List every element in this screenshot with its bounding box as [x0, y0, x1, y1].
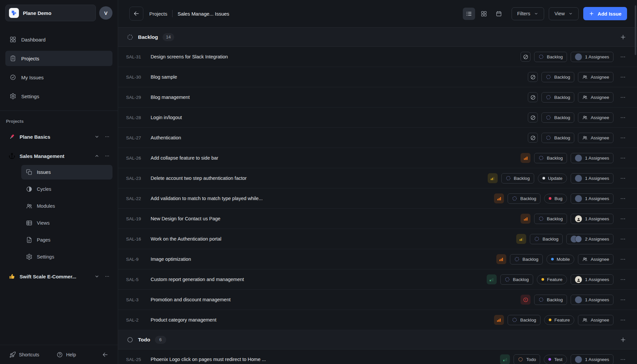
priority-high-button[interactable]	[494, 193, 504, 203]
priority-none-button[interactable]	[521, 52, 531, 62]
priority-none-button[interactable]	[528, 133, 538, 143]
issue-more-button[interactable]	[618, 135, 627, 141]
chevron-down-icon[interactable]	[94, 134, 100, 139]
add-issue-to-group-button[interactable]	[620, 34, 626, 40]
user-avatar[interactable]: V	[99, 6, 112, 20]
assignee-dropdown-button[interactable]: 1 Assignees	[571, 52, 613, 62]
label-pill-update[interactable]: Update	[538, 174, 567, 183]
kanban-view-button[interactable]	[478, 8, 490, 20]
issue-more-button[interactable]	[618, 356, 627, 363]
issue-more-button[interactable]	[618, 54, 627, 60]
state-dropdown-button[interactable]: Backlog	[534, 295, 567, 305]
view-button[interactable]: View	[549, 7, 579, 20]
state-dropdown-button[interactable]: Backlog	[500, 274, 533, 285]
project-tab-modules[interactable]: Modules	[21, 199, 112, 213]
state-dropdown-button[interactable]: Backlog	[534, 214, 567, 224]
issue-row[interactable]: SAL-28Login in/logoutBacklogAssignee	[118, 108, 637, 128]
collapse-sidebar-button[interactable]	[102, 351, 108, 358]
assignee-dropdown-button[interactable]: Assignee	[578, 254, 613, 264]
more-icon[interactable]	[105, 134, 110, 139]
issue-row[interactable]: SAL-9Image optimizationBacklogMobileAssi…	[118, 249, 637, 269]
state-dropdown-button[interactable]: Backlog	[530, 234, 563, 244]
issue-row[interactable]: SAL-5Custom report generation and manage…	[118, 269, 637, 290]
state-dropdown-button[interactable]: Backlog	[541, 112, 574, 123]
chevron-down-icon[interactable]	[94, 274, 100, 279]
project-tab-cycles[interactable]: Cycles	[21, 182, 112, 196]
more-icon[interactable]	[105, 274, 110, 279]
priority-low-button[interactable]	[500, 354, 510, 364]
issue-row[interactable]: SAL-29Blog managementBacklogAssignee	[118, 87, 637, 108]
priority-high-button[interactable]	[494, 315, 504, 325]
state-dropdown-button[interactable]: Backlog	[501, 173, 534, 183]
priority-none-button[interactable]	[528, 112, 538, 122]
state-dropdown-button[interactable]: Todo	[514, 354, 540, 364]
assignee-dropdown-button[interactable]: Assignee	[578, 92, 613, 103]
state-dropdown-button[interactable]: Backlog	[534, 52, 567, 62]
more-icon[interactable]	[105, 153, 110, 159]
issue-row[interactable]: SAL-31Design screens for Slack Integrati…	[118, 47, 637, 67]
issue-more-button[interactable]	[618, 317, 627, 323]
state-dropdown-button[interactable]: Backlog	[508, 193, 540, 204]
breadcrumb-projects[interactable]: Projects	[149, 11, 167, 17]
priority-none-button[interactable]	[528, 92, 538, 102]
state-dropdown-button[interactable]: Backlog	[541, 133, 574, 143]
state-dropdown-button[interactable]: Backlog	[541, 72, 574, 82]
assignee-dropdown-button[interactable]: 1 Assignees	[571, 173, 613, 183]
assignee-dropdown-button[interactable]: 1 Assignees	[571, 354, 613, 364]
state-dropdown-button[interactable]: Backlog	[534, 153, 567, 163]
issue-row[interactable]: SAL-2Product category managementBacklogF…	[118, 310, 637, 330]
assignee-dropdown-button[interactable]: 1 Assignees	[571, 193, 613, 204]
issue-row[interactable]: SAL-22Add validation to match to match t…	[118, 188, 637, 209]
sidebar-item-dashboard[interactable]: Dashboard	[5, 32, 112, 47]
label-pill-feature[interactable]: Feature	[544, 315, 575, 325]
project-tab-pages[interactable]: Pages	[21, 233, 112, 247]
filters-button[interactable]: Filters	[512, 7, 544, 20]
priority-medium-button[interactable]	[488, 173, 498, 183]
project-item-plane-basics[interactable]: Plane Basics	[5, 129, 112, 144]
issue-more-button[interactable]	[618, 155, 627, 161]
issue-row[interactable]: SAL-3Promotion and discount managementBa…	[118, 290, 637, 310]
issue-row[interactable]: SAL-16Work on the Authentication portalB…	[118, 229, 637, 249]
priority-low-button[interactable]	[487, 274, 497, 284]
project-tab-issues[interactable]: Issues	[21, 165, 112, 180]
state-dropdown-button[interactable]: Backlog	[541, 92, 574, 103]
priority-high-button[interactable]	[521, 214, 531, 224]
list-view-button[interactable]	[463, 8, 475, 20]
issue-more-button[interactable]	[618, 297, 627, 303]
issue-row[interactable]: SAL-27AuthenticationBacklogAssignee	[118, 128, 637, 148]
issue-row[interactable]: SAL-26Add collapse feature to side barBa…	[118, 148, 637, 168]
sidebar-item-settings[interactable]: Settings	[5, 89, 112, 104]
label-pill-feature[interactable]: Feature	[537, 275, 567, 284]
label-pill-test[interactable]: Test	[544, 355, 567, 364]
project-tab-settings[interactable]: Settings	[21, 250, 112, 264]
project-item-swift-scale-e-commer-[interactable]: Swift Scale E-Commer...	[5, 269, 112, 284]
label-pill-mobile[interactable]: Mobile	[546, 255, 575, 264]
issue-more-button[interactable]	[618, 195, 627, 202]
sidebar-item-projects[interactable]: Projects	[5, 51, 112, 66]
state-dropdown-button[interactable]: Backlog	[510, 254, 543, 264]
state-dropdown-button[interactable]: Backlog	[508, 315, 540, 325]
scrollbar-thumb[interactable]	[635, 5, 636, 55]
assignee-dropdown-button[interactable]: 1 Assignees	[571, 295, 613, 305]
assignee-dropdown-button[interactable]: 1 Assignees	[571, 153, 613, 163]
issue-more-button[interactable]	[618, 114, 627, 121]
back-button[interactable]	[129, 7, 143, 21]
issue-row[interactable]: SAL-23Delete account two step authentica…	[118, 168, 637, 188]
calendar-view-button[interactable]	[493, 8, 505, 20]
priority-high-button[interactable]	[496, 254, 506, 264]
assignee-dropdown-button[interactable]: Assignee	[578, 72, 613, 82]
add-issue-to-group-button[interactable]	[620, 336, 626, 343]
issue-row[interactable]: SAL-30Blog sampleBacklogAssignee	[118, 67, 637, 87]
issue-row[interactable]: SAL-19New Design for Contact us PageBack…	[118, 209, 637, 229]
add-issue-button[interactable]: Add Issue	[583, 7, 627, 20]
project-item-sales-management[interactable]: Sales Management	[5, 148, 112, 164]
issue-more-button[interactable]	[618, 216, 627, 222]
assignee-dropdown-button[interactable]: 1 Assignees	[571, 274, 613, 285]
issue-more-button[interactable]	[618, 276, 627, 283]
priority-high-button[interactable]	[521, 153, 531, 163]
label-pill-bug[interactable]: Bug	[544, 194, 567, 203]
assignee-dropdown-button[interactable]: Assignee	[578, 112, 613, 123]
workspace-switcher[interactable]: Plane Demo	[5, 5, 96, 21]
assignee-dropdown-button[interactable]: 2 Assignees	[566, 234, 613, 244]
chevron-up-icon[interactable]	[94, 153, 100, 159]
